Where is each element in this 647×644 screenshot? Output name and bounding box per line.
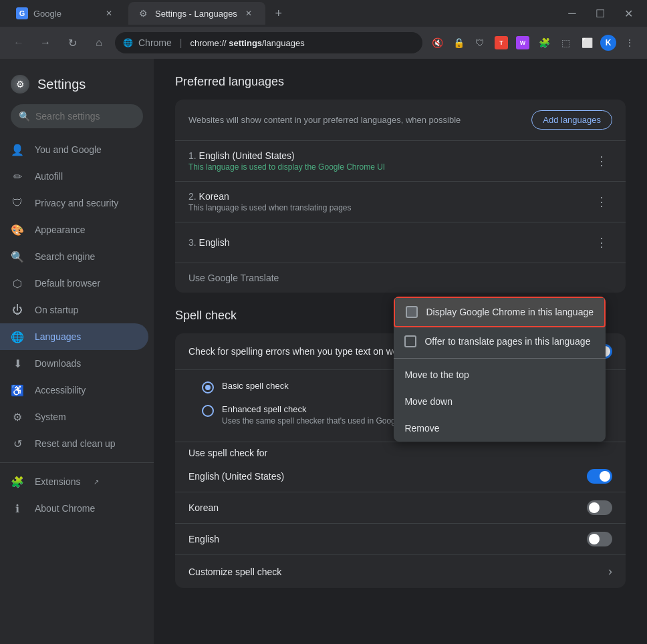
- lang-name-1: 1. English (United States): [188, 150, 591, 161]
- preferred-languages-title: Preferred languages: [175, 75, 626, 89]
- spell-lang-2-name: Korean: [188, 502, 219, 513]
- spell-lang-korean: Korean: [175, 492, 626, 523]
- dropdown-item-display-chrome[interactable]: Display Google Chrome in this language: [394, 297, 606, 327]
- dropdown-item-offer-translate[interactable]: Offer to translate pages in this languag…: [394, 327, 606, 355]
- sidebar-label-appearance: Appearance: [35, 224, 86, 235]
- spell-lang-2-knob: [589, 502, 600, 513]
- sidebar-item-appearance[interactable]: 🎨 Appearance: [0, 216, 148, 243]
- lang-name-2: 2. Korean: [188, 191, 591, 202]
- tab-settings-close[interactable]: ✕: [243, 7, 255, 19]
- dropdown-item-move-top[interactable]: Move to the top: [394, 361, 606, 388]
- dropdown-menu: Display Google Chrome in this language O…: [394, 297, 606, 442]
- spell-lang-2-toggle[interactable]: [587, 500, 612, 515]
- external-link-icon: ↗: [94, 478, 99, 486]
- new-tab-button[interactable]: +: [268, 3, 289, 24]
- pref-lang-header: Websites will show content in your prefe…: [175, 100, 626, 140]
- back-button[interactable]: ←: [8, 32, 29, 53]
- sidebar-item-startup[interactable]: ⏻ On startup: [0, 297, 148, 323]
- sidebar-label-about: About Chrome: [35, 503, 95, 514]
- sidebar-label-system: System: [35, 412, 66, 422]
- sidebar-item-privacy[interactable]: 🛡 Privacy and security: [0, 190, 148, 216]
- downloads-icon: ⬇: [11, 357, 24, 370]
- forward-button[interactable]: →: [35, 32, 56, 53]
- lang-number-3: 3.: [188, 237, 199, 248]
- enhanced-spell-radio[interactable]: [202, 405, 214, 417]
- dropdown-item-move-down[interactable]: Move down: [394, 388, 606, 415]
- tab-google[interactable]: G Google ✕: [5, 2, 126, 25]
- search-input[interactable]: [35, 111, 152, 122]
- sidebar-item-search[interactable]: 🔍 Search engine: [0, 243, 148, 270]
- title-bar: G Google ✕ ⚙ Settings - Languages ✕ + ─ …: [0, 0, 647, 27]
- sidebar-item-languages[interactable]: 🌐 Languages: [0, 323, 148, 350]
- spell-lang-english: English: [175, 524, 626, 554]
- customize-spell-check-row[interactable]: Customize spell check ›: [175, 555, 626, 588]
- maximize-button[interactable]: ☐: [587, 3, 614, 24]
- sidebar-label-reset: Reset and clean up: [35, 438, 116, 449]
- close-button[interactable]: ✕: [615, 3, 642, 24]
- lock-icon[interactable]: 🔒: [449, 33, 468, 52]
- pref-lang-desc: Websites will show content in your prefe…: [188, 115, 531, 125]
- use-google-translate-label: Use Google Translate: [188, 273, 279, 283]
- spell-lang-english-us: English (United States): [175, 461, 626, 492]
- sidebar-item-accessibility[interactable]: ♿ Accessibility: [0, 377, 148, 404]
- sidebar-label-startup: On startup: [35, 305, 78, 315]
- language-item-korean: 2. Korean This language is used when tra…: [175, 182, 626, 222]
- sidebar-item-autofill[interactable]: ✏ Autofill: [0, 163, 148, 190]
- site-icon: 🌐: [123, 38, 133, 47]
- tab-settings[interactable]: ⚙ Settings - Languages ✕: [128, 2, 265, 25]
- chrome-cast-icon[interactable]: ⬚: [556, 33, 575, 52]
- sidebar-label-privacy: Privacy and security: [35, 198, 118, 208]
- lang-sub-1: This language is used to display the Goo…: [188, 162, 591, 172]
- sidebar-item-reset[interactable]: ↺ Reset and clean up: [0, 430, 148, 457]
- tab-settings-label: Settings - Languages: [155, 9, 237, 19]
- extensions-puzzle-icon[interactable]: 🧩: [535, 33, 553, 52]
- sidebar-item-system[interactable]: ⚙ System: [0, 404, 148, 430]
- customize-spell-label: Customize spell check: [188, 567, 281, 577]
- offer-translate-checkbox[interactable]: [404, 335, 416, 347]
- remove-label: Remove: [404, 423, 439, 434]
- menu-icon[interactable]: ⋮: [620, 33, 639, 52]
- lang-name-3: 3. English: [188, 237, 591, 248]
- startup-icon: ⏻: [11, 303, 24, 317]
- avatar-icon[interactable]: K: [599, 33, 618, 52]
- extension2-icon[interactable]: W: [513, 33, 532, 52]
- spell-lang-1-toggle[interactable]: [587, 469, 612, 484]
- display-chrome-checkbox[interactable]: [406, 306, 418, 318]
- sidebar: ⚙ Settings 🔍 👤 You and Google ✏ Autofill…: [0, 59, 154, 644]
- minimize-button[interactable]: ─: [559, 3, 586, 24]
- sidebar-label-extensions: Extensions: [35, 476, 80, 487]
- home-button[interactable]: ⌂: [88, 32, 110, 53]
- mute-icon[interactable]: 🔇: [428, 33, 446, 52]
- refresh-button[interactable]: ↻: [61, 32, 83, 53]
- extension1-icon[interactable]: T: [492, 33, 511, 52]
- sidebar-label-downloads: Downloads: [35, 358, 81, 369]
- spell-lang-3-name: English: [188, 534, 219, 544]
- sidebar-item-default-browser[interactable]: ⬡ Default browser: [0, 270, 148, 297]
- sidebar-label-autofill: Autofill: [35, 171, 63, 182]
- dropdown-item-remove[interactable]: Remove: [394, 415, 606, 442]
- lang-more-button-3[interactable]: ⋮: [591, 232, 612, 253]
- profile-avatar: K: [600, 35, 616, 51]
- settings-search-bar[interactable]: 🔍: [11, 104, 143, 128]
- address-bar[interactable]: 🌐 Chrome | chrome:// settings/languages: [115, 32, 422, 53]
- sidebar-label-languages: Languages: [35, 331, 81, 342]
- languages-icon: 🌐: [11, 330, 24, 343]
- sidebar-item-extensions[interactable]: 🧩 Extensions ↗: [0, 468, 148, 495]
- tab-google-close[interactable]: ✕: [103, 7, 115, 19]
- sidebar-item-downloads[interactable]: ⬇ Downloads: [0, 350, 148, 377]
- sidebar-divider: [0, 462, 154, 463]
- privacy-icon: 🛡: [11, 196, 24, 210]
- sidebar-item-you-and-google[interactable]: 👤 You and Google: [0, 136, 148, 163]
- extensions-icon: 🧩: [11, 475, 24, 488]
- sidebar-toggle-icon[interactable]: ⬜: [577, 33, 596, 52]
- add-languages-button[interactable]: Add languages: [531, 110, 612, 130]
- lang-more-button-1[interactable]: ⋮: [591, 150, 612, 172]
- shield-icon[interactable]: 🛡: [471, 33, 489, 52]
- lang-info-2: 2. Korean This language is used when tra…: [188, 191, 591, 212]
- address-text: chrome:// settings/languages: [190, 38, 304, 48]
- sidebar-item-about[interactable]: ℹ About Chrome: [0, 495, 148, 522]
- lang-more-button-2[interactable]: ⋮: [591, 191, 612, 212]
- appearance-icon: 🎨: [11, 223, 24, 236]
- basic-spell-radio[interactable]: [202, 381, 214, 393]
- spell-lang-3-toggle[interactable]: [587, 532, 612, 546]
